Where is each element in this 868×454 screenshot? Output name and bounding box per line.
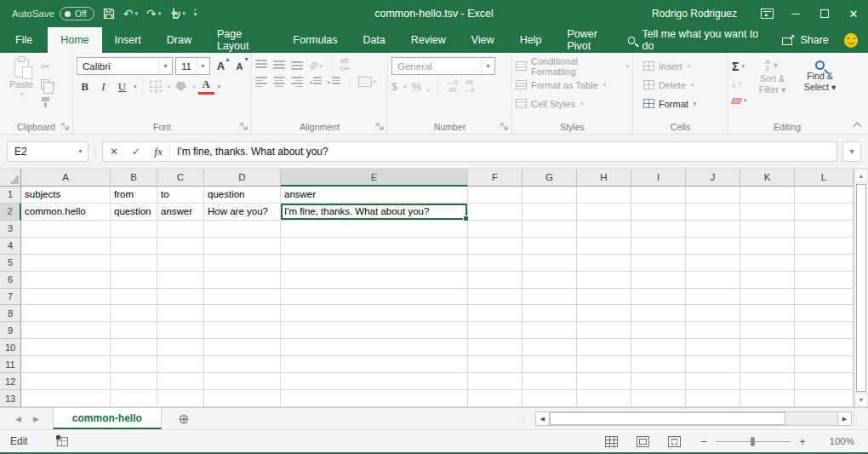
cell-H3[interactable] (577, 221, 631, 238)
currency-dropdown-icon[interactable]: ▾ (403, 83, 407, 90)
row-header-3[interactable]: 3 (0, 221, 21, 238)
fill-color-dropdown-icon[interactable]: ▾ (192, 83, 196, 90)
underline-dropdown-icon[interactable]: ▾ (134, 83, 137, 90)
cell-B3[interactable] (111, 221, 157, 238)
cell-G8[interactable] (523, 305, 577, 322)
sheet-tab-common-hello[interactable]: common-hello (53, 408, 162, 429)
sheet-nav-right-icon[interactable]: ▶ (33, 415, 39, 423)
align-left-button[interactable] (255, 77, 267, 87)
row-header-7[interactable]: 7 (0, 289, 21, 306)
cell-C11[interactable] (157, 356, 204, 373)
redo-button[interactable]: ↷▾ (146, 7, 161, 20)
zoom-out-button[interactable]: − (700, 435, 708, 448)
cell-H9[interactable] (577, 322, 631, 339)
cell-G4[interactable] (523, 238, 577, 255)
cell-K1[interactable] (740, 187, 795, 204)
format-cells-button[interactable]: Format▾ (637, 95, 724, 112)
clipboard-dialog-launcher[interactable] (61, 123, 70, 131)
row-header-11[interactable]: 11 (0, 356, 21, 373)
column-header-G[interactable]: G (523, 169, 577, 187)
tab-home[interactable]: Home (48, 27, 101, 53)
autosave-control[interactable]: AutoSave Off (12, 7, 94, 20)
cell-G3[interactable] (523, 221, 577, 238)
font-color-dropdown-icon[interactable]: ▾ (218, 83, 221, 90)
page-layout-view-icon[interactable] (637, 436, 649, 447)
cell-C9[interactable] (157, 322, 204, 339)
cell-C4[interactable] (157, 238, 204, 255)
cell-B11[interactable] (111, 356, 157, 373)
column-header-B[interactable]: B (111, 169, 157, 187)
insert-cells-button[interactable]: Insert▾ (637, 58, 724, 74)
cell-I8[interactable] (631, 305, 686, 322)
cell-J11[interactable] (686, 356, 740, 373)
cell-H12[interactable] (577, 373, 631, 390)
cell-L3[interactable] (795, 221, 854, 238)
cell-K8[interactable] (740, 305, 795, 322)
collapse-ribbon-button[interactable] (854, 121, 860, 128)
cell-L9[interactable] (795, 322, 854, 339)
row-header-5[interactable]: 5 (0, 255, 21, 272)
cell-E9[interactable] (281, 322, 468, 339)
number-format-combo[interactable]: General▼ (391, 57, 495, 75)
font-size-combo[interactable]: 11▼ (175, 57, 210, 75)
cell-J9[interactable] (686, 322, 740, 339)
cell-K2[interactable] (740, 204, 795, 221)
cell-H4[interactable] (577, 238, 631, 255)
cell-B10[interactable] (111, 339, 157, 356)
cell-L13[interactable] (795, 390, 854, 407)
cell-J3[interactable] (686, 221, 740, 238)
cell-J8[interactable] (686, 305, 740, 322)
cell-L2[interactable] (795, 204, 854, 221)
sort-filter-button[interactable]: AZ▼ Sort & Filter ▾ (751, 57, 795, 119)
row-header-12[interactable]: 12 (0, 373, 21, 390)
cell-F9[interactable] (468, 322, 523, 339)
cell-G10[interactable] (523, 339, 577, 356)
row-header-2[interactable]: 2 (0, 204, 21, 221)
cell-L5[interactable] (795, 255, 854, 272)
cell-K4[interactable] (740, 238, 795, 255)
autosum-button[interactable]: Σ▾ (732, 59, 747, 74)
name-box-dropdown-icon[interactable]: ▼ (73, 142, 88, 161)
cell-F2[interactable] (468, 204, 523, 221)
cell-D5[interactable] (204, 255, 281, 272)
normal-view-icon[interactable] (605, 436, 618, 447)
column-header-A[interactable]: A (21, 169, 111, 187)
cell-E12[interactable] (281, 373, 468, 390)
fill-button[interactable]: ⤓▾ (732, 76, 747, 91)
minimize-button[interactable] (781, 0, 810, 27)
cell-C1[interactable]: to (157, 187, 204, 204)
font-name-dropdown-icon[interactable]: ▼ (158, 58, 172, 74)
cell-C8[interactable] (157, 305, 204, 322)
insert-function-button[interactable]: fx (147, 142, 169, 161)
align-top-button[interactable] (255, 60, 267, 70)
cell-L4[interactable] (795, 238, 854, 255)
user-name[interactable]: Rodrigo Rodriguez (652, 8, 737, 20)
cell-C3[interactable] (157, 221, 204, 238)
column-header-K[interactable]: K (740, 169, 795, 187)
merge-center-dropdown-icon[interactable]: ▾ (373, 78, 376, 85)
cell-H2[interactable] (577, 204, 631, 221)
cell-I6[interactable] (631, 272, 686, 289)
tab-file[interactable]: File (0, 27, 48, 53)
cell-H1[interactable] (577, 187, 631, 204)
cell-D10[interactable] (204, 339, 281, 356)
percent-button[interactable]: % (412, 80, 422, 93)
font-name-combo[interactable]: Calibri▼ (77, 57, 173, 75)
undo-dropdown-icon[interactable]: ▾ (134, 10, 138, 17)
paste-button[interactable]: Paste ▾ (3, 57, 39, 119)
zoom-slider[interactable] (716, 441, 791, 442)
align-bottom-button[interactable] (291, 60, 303, 70)
tab-page-layout[interactable]: Page Layout (204, 27, 280, 53)
tab-draw[interactable]: Draw (154, 27, 204, 53)
formula-bar-drag-handle[interactable]: ⋮ (89, 146, 102, 157)
merge-center-button[interactable]: ↔▾ (358, 77, 376, 87)
cell-H8[interactable] (577, 305, 631, 322)
cell-D4[interactable] (204, 238, 281, 255)
decrease-font-button[interactable]: A▼ (231, 58, 248, 74)
tell-me-box[interactable]: Tell me what you want to do (628, 28, 768, 52)
cell-J6[interactable] (686, 272, 740, 289)
increase-indent-button[interactable]: ▸ (328, 77, 340, 87)
cell-B9[interactable] (111, 322, 157, 339)
cell-I7[interactable] (631, 289, 686, 306)
bold-button[interactable]: B (77, 78, 93, 95)
